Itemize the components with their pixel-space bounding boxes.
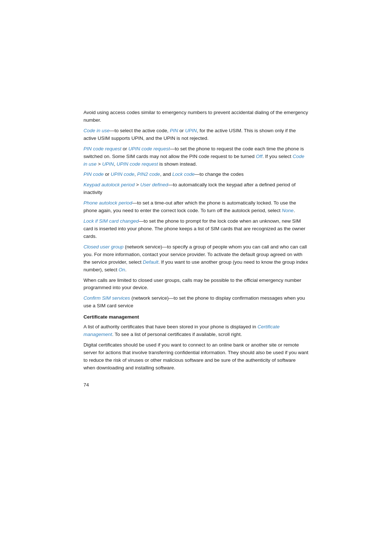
paragraph-3: PIN code request or UPIN code request—to… <box>83 145 309 168</box>
phone-autolock-link: Phone autolock period <box>83 200 132 206</box>
paragraph-9: When calls are limited to closed user gr… <box>83 277 309 292</box>
user-defined-link: User defined <box>140 182 168 187</box>
none-link: None <box>282 208 294 213</box>
p2-text2: or <box>178 128 185 133</box>
p4-text3: , and <box>160 171 172 177</box>
pin-code-request-link: PIN code request <box>83 146 121 151</box>
certificate-management-heading: Certificate management <box>83 313 309 321</box>
on-link: On <box>119 267 125 272</box>
page-number-text: 74 <box>83 382 89 388</box>
confirm-sim-services-link: Confirm SIM services <box>83 295 130 301</box>
paragraph-5: Keypad autolock period > User defined—to… <box>83 181 309 197</box>
p4-text4: —to change the codes <box>195 171 244 177</box>
code-in-use-link: Code in use <box>83 128 110 133</box>
upin-code-link: UPIN code <box>111 171 134 177</box>
paragraph-2: Code in use—to select the active code, P… <box>83 127 309 142</box>
heading-text: Certificate management <box>83 314 139 320</box>
pin-code-link: PIN code <box>83 171 104 177</box>
lock-if-sim-link: Lock if SIM card changed <box>83 218 139 224</box>
off-link: Off <box>256 154 262 159</box>
upin-link2: UPIN <box>102 161 114 167</box>
p6-text2: . <box>294 208 295 213</box>
paragraph-11: A list of authority certificates that ha… <box>83 323 309 339</box>
default-link: Default <box>143 259 159 265</box>
p1-text: Avoid using access codes similar to emer… <box>83 110 308 123</box>
page-container: Avoid using access codes similar to emer… <box>0 0 392 555</box>
paragraph-8: Closed user group (network service)—to s… <box>83 243 309 274</box>
paragraph-7: Lock if SIM card changed—to set the phon… <box>83 218 309 240</box>
upin-code-request-link: UPIN code request <box>128 146 170 151</box>
paragraph-6: Phone autolock period—to set a time-out … <box>83 199 309 215</box>
page-number: 74 <box>83 382 309 388</box>
paragraph-12: Digital certificates should be used if y… <box>83 341 309 372</box>
p9-text: When calls are limited to closed user gr… <box>83 278 301 291</box>
upin-code-request-link2: UPIN code request <box>117 161 158 167</box>
p11-text2: . To see a list of personal certificates… <box>112 332 242 337</box>
p4-text2: , <box>134 171 137 177</box>
p3-text6: is shown instead. <box>158 161 197 167</box>
paragraph-4: PIN code or UPIN code, PIN2 code, and Lo… <box>83 171 309 178</box>
p5-text1: > <box>135 182 140 187</box>
p3-text3: . If you select <box>262 154 293 159</box>
closed-user-group-link: Closed user group <box>83 244 123 250</box>
upin-link: UPIN <box>185 128 197 133</box>
paragraph-1: Avoid using access codes similar to emer… <box>83 109 309 124</box>
p3-text4: > <box>97 161 102 167</box>
p3-text1: or <box>121 146 128 151</box>
p4-text1: or <box>104 171 111 177</box>
p11-text1: A list of authority certificates that ha… <box>83 324 258 329</box>
pin-link: PIN <box>170 128 178 133</box>
lock-code-link: Lock code <box>172 171 195 177</box>
pin2-code-link: PIN2 code <box>137 171 160 177</box>
p8-text3: . <box>125 267 127 272</box>
paragraph-10: Confirm SIM services (network service)—t… <box>83 295 309 310</box>
keypad-autolock-link: Keypad autolock period <box>83 182 135 187</box>
p2-text1: —to select the active code, <box>110 128 170 133</box>
p12-text: Digital certificates should be used if y… <box>83 342 309 370</box>
